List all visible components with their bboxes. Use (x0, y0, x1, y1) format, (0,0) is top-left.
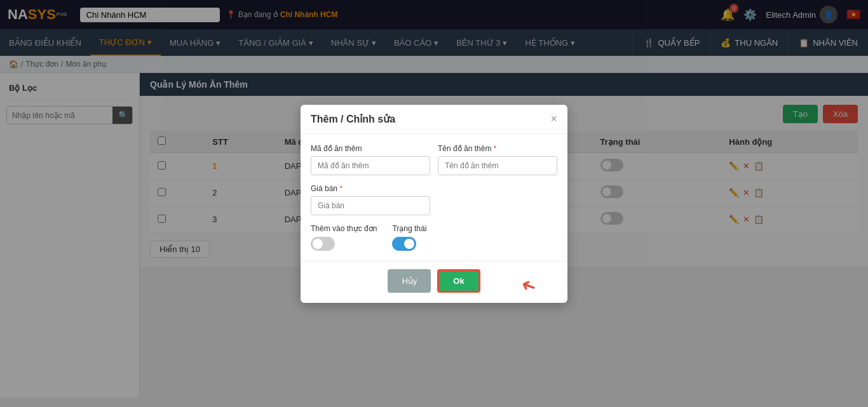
ten-do-an-them-input[interactable] (438, 156, 557, 175)
modal-overlay: Thêm / Chỉnh sửa × Mã đồ ăn thêm Tên đồ … (0, 0, 868, 397)
trang-thai-label: Trạng thái (392, 224, 426, 233)
gia-ban-input[interactable] (311, 196, 430, 215)
cancel-button[interactable]: Hủy (388, 269, 431, 293)
modal-title: Thêm / Chỉnh sửa (311, 113, 395, 125)
ok-button[interactable]: Ok (437, 269, 480, 293)
required-marker: * (339, 184, 342, 193)
toggle-group-trang-thai: Trạng thái (392, 224, 426, 251)
form-group-gia: Giá bán * (311, 184, 430, 215)
toggle-row: Thêm vào thực đơn Trạng thái (311, 224, 557, 251)
trang-thai-toggle[interactable] (392, 237, 416, 251)
modal-close-button[interactable]: × (550, 112, 557, 126)
them-vao-thuc-don-label: Thêm vào thực đơn (311, 224, 377, 233)
ten-do-an-them-label: Tên đồ ăn thêm * (438, 144, 557, 153)
modal-header: Thêm / Chỉnh sửa × (301, 105, 567, 134)
gia-ban-label: Giá bán * (311, 184, 430, 193)
ma-do-an-them-input[interactable] (311, 156, 430, 175)
ma-do-an-them-label: Mã đồ ăn thêm (311, 144, 430, 153)
arrow-indicator: ➜ (518, 274, 539, 298)
required-marker: * (494, 144, 497, 153)
modal: Thêm / Chỉnh sửa × Mã đồ ăn thêm Tên đồ … (301, 105, 567, 303)
modal-footer: Hủy Ok ➜ (301, 261, 567, 303)
modal-body: Mã đồ ăn thêm Tên đồ ăn thêm * Giá bán * (301, 134, 567, 261)
toggle-group-them-vao-thuc-don: Thêm vào thực đơn (311, 224, 377, 251)
form-row-1: Mã đồ ăn thêm Tên đồ ăn thêm * (311, 144, 557, 175)
form-row-2: Giá bán * (311, 184, 557, 215)
them-vao-thuc-don-toggle[interactable] (311, 237, 335, 251)
form-group-ten: Tên đồ ăn thêm * (438, 144, 557, 175)
form-group-spacer (438, 184, 557, 215)
form-group-ma: Mã đồ ăn thêm (311, 144, 430, 175)
